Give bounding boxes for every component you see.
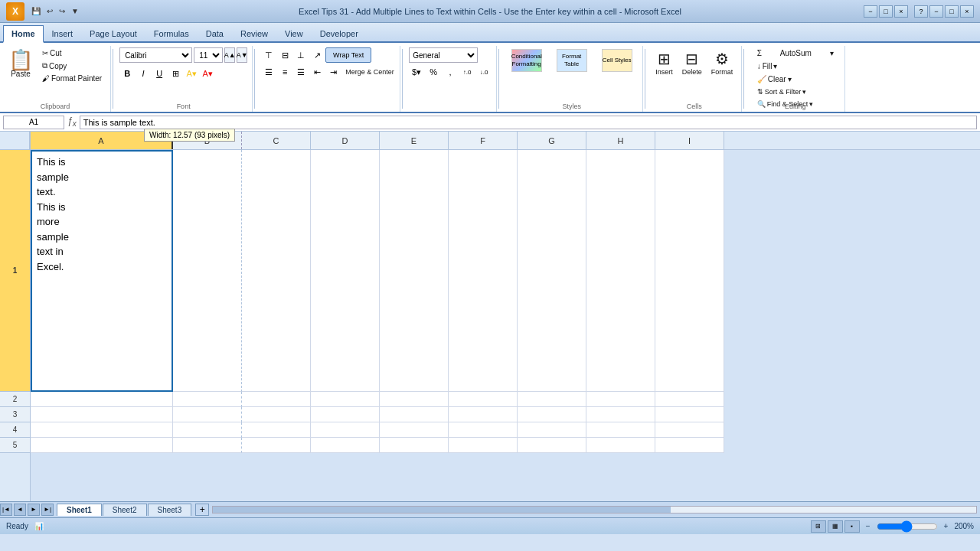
redo-quick-btn[interactable]: ↪ — [57, 5, 67, 17]
tab-view[interactable]: View — [276, 25, 312, 41]
cell-d5[interactable] — [311, 438, 380, 453]
page-layout-view-btn[interactable]: ▦ — [828, 520, 843, 533]
row-header-5[interactable]: 5 — [0, 438, 30, 453]
row-header-1[interactable]: 1 — [0, 150, 30, 392]
cell-b2[interactable] — [173, 392, 242, 407]
font-color-button[interactable]: A▾ — [200, 66, 215, 81]
align-left-button[interactable]: ☰ — [261, 64, 276, 80]
orientation-button[interactable]: ↗ — [309, 47, 325, 63]
cell-e4[interactable] — [380, 422, 449, 438]
row-header-3[interactable]: 3 — [0, 407, 30, 422]
underline-button[interactable]: U — [152, 66, 167, 81]
cell-g1[interactable] — [518, 150, 586, 392]
cell-h3[interactable] — [586, 407, 655, 422]
tab-page-layout[interactable]: Page Layout — [81, 25, 145, 41]
decrease-decimal-button[interactable]: ↓.0 — [476, 64, 492, 80]
cell-e2[interactable] — [380, 392, 449, 407]
cell-g2[interactable] — [518, 392, 586, 407]
decrease-indent-button[interactable]: ⇤ — [309, 64, 325, 80]
app-close-btn[interactable]: × — [960, 5, 974, 18]
col-header-c[interactable]: C — [242, 132, 311, 149]
cell-i3[interactable] — [655, 407, 724, 422]
h-scrollbar[interactable] — [209, 506, 980, 514]
restore-btn[interactable]: □ — [879, 5, 893, 18]
cut-button[interactable]: ✂ Cut — [38, 47, 106, 59]
conditional-formatting-button[interactable]: Conditional Formatting — [505, 47, 547, 75]
scrollbar-track[interactable] — [212, 506, 977, 514]
scrollbar-thumb[interactable] — [213, 507, 671, 513]
cell-c3[interactable] — [242, 407, 311, 422]
sheet-tab-2[interactable]: Sheet2 — [103, 504, 147, 516]
customise-quick-btn[interactable]: ▼ — [69, 5, 81, 17]
normal-view-btn[interactable]: ⊞ — [811, 520, 826, 533]
cell-d4[interactable] — [311, 422, 380, 438]
col-header-h[interactable]: H — [586, 132, 655, 149]
page-break-view-btn[interactable]: ▪ — [844, 520, 860, 533]
help-btn[interactable]: ? — [914, 5, 928, 18]
align-center-button[interactable]: ≡ — [277, 64, 292, 80]
close-btn[interactable]: × — [894, 5, 908, 18]
delete-cells-button[interactable]: ⊟ Delete — [678, 47, 706, 78]
merge-center-button[interactable]: Merge & Center — [341, 64, 395, 80]
save-quick-btn[interactable]: 💾 — [29, 5, 43, 17]
cell-f4[interactable] — [449, 422, 518, 438]
sheet-first-btn[interactable]: |◄ — [0, 504, 12, 516]
cell-g4[interactable] — [518, 422, 586, 438]
cell-h2[interactable] — [586, 392, 655, 407]
increase-decimal-button[interactable]: ↑.0 — [459, 64, 475, 80]
cell-d1[interactable] — [311, 150, 380, 392]
percent-button[interactable]: % — [426, 64, 441, 80]
tab-home[interactable]: Home — [3, 25, 44, 43]
comma-button[interactable]: , — [443, 64, 458, 80]
col-header-i[interactable]: I — [655, 132, 724, 149]
undo-quick-btn[interactable]: ↩ — [44, 5, 55, 17]
cell-d3[interactable] — [311, 407, 380, 422]
sheet-prev-btn[interactable]: ◄ — [14, 504, 26, 516]
app-restore-btn[interactable]: □ — [945, 5, 959, 18]
cell-g5[interactable] — [518, 438, 586, 453]
cell-a3[interactable] — [31, 407, 173, 422]
cell-e1[interactable] — [380, 150, 449, 392]
cell-a4[interactable] — [31, 422, 173, 438]
cell-i5[interactable] — [655, 438, 724, 453]
cell-b3[interactable] — [173, 407, 242, 422]
row-header-4[interactable]: 4 — [0, 422, 30, 438]
copy-button[interactable]: ⧉ Copy — [38, 60, 106, 72]
sheet-tab-1[interactable]: Sheet1 — [57, 504, 102, 516]
tab-formulas[interactable]: Formulas — [145, 25, 198, 41]
cell-a1[interactable]: This is sample text. This is more sample… — [31, 150, 173, 392]
minimize-btn[interactable]: − — [864, 5, 877, 18]
currency-button[interactable]: $▾ — [409, 64, 424, 80]
col-header-e[interactable]: E — [380, 132, 449, 149]
cell-b4[interactable] — [173, 422, 242, 438]
bold-button[interactable]: B — [119, 66, 135, 81]
align-middle-button[interactable]: ⊟ — [277, 47, 292, 63]
align-top-button[interactable]: ⊤ — [261, 47, 276, 63]
cell-c2[interactable] — [242, 392, 311, 407]
cell-d2[interactable] — [311, 392, 380, 407]
cell-a2[interactable] — [31, 392, 173, 407]
italic-button[interactable]: I — [136, 66, 151, 81]
sheet-next-btn[interactable]: ► — [28, 504, 40, 516]
zoom-slider[interactable] — [877, 523, 938, 530]
cell-f1[interactable] — [449, 150, 518, 392]
cell-b5[interactable] — [173, 438, 242, 453]
cell-e5[interactable] — [380, 438, 449, 453]
formula-input[interactable] — [80, 116, 977, 129]
sheet-tab-3[interactable]: Sheet3 — [148, 504, 192, 516]
cell-e3[interactable] — [380, 407, 449, 422]
autosum-button[interactable]: Σ AutoSum ▾ — [753, 47, 838, 59]
paste-button[interactable]: 📋 Paste — [5, 47, 37, 80]
format-painter-button[interactable]: 🖌 Format Painter — [38, 73, 106, 84]
cell-c4[interactable] — [242, 422, 311, 438]
cell-i1[interactable] — [655, 150, 724, 392]
col-header-f[interactable]: F — [449, 132, 518, 149]
font-size-select[interactable]: 11 — [194, 47, 223, 63]
increase-indent-button[interactable]: ⇥ — [325, 64, 341, 80]
name-box[interactable]: A1 — [3, 116, 64, 129]
cell-f2[interactable] — [449, 392, 518, 407]
cell-c5[interactable] — [242, 438, 311, 453]
align-bottom-button[interactable]: ⊥ — [293, 47, 309, 63]
tab-data[interactable]: Data — [198, 25, 232, 41]
tab-review[interactable]: Review — [232, 25, 276, 41]
